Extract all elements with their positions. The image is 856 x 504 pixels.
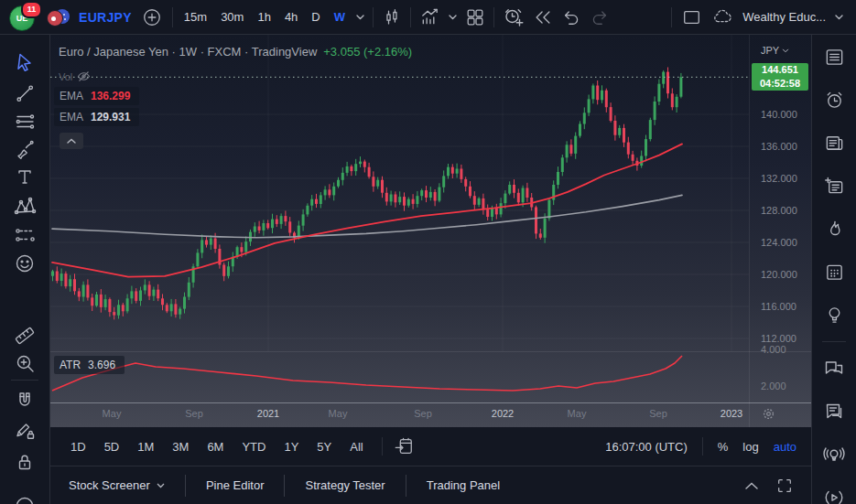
- sidebar-private-chat-button[interactable]: [823, 401, 845, 423]
- range-5d[interactable]: 5D: [97, 435, 127, 458]
- auto-scale-button[interactable]: auto: [774, 440, 796, 454]
- chart-legend-title[interactable]: Euro / Japanese Yen · 1W · FXCM · Tradin…: [59, 45, 412, 59]
- chats-icon: [823, 358, 845, 380]
- tool-xabcd-pattern[interactable]: [13, 194, 37, 218]
- ema-label: EMA: [60, 90, 83, 102]
- sidebar-news-button[interactable]: [823, 132, 845, 154]
- legend-collapse-button[interactable]: [60, 133, 83, 149]
- cloud-save-button[interactable]: [711, 7, 733, 27]
- tool-magnet[interactable]: [13, 389, 37, 413]
- time-axis-label: 2021: [257, 408, 279, 419]
- volume-legend[interactable]: Vol: [59, 70, 91, 82]
- range-all[interactable]: All: [342, 435, 370, 458]
- time-axis[interactable]: MaySep2021MaySep2022MaySep2023: [50, 402, 749, 427]
- tool-measure[interactable]: [13, 324, 37, 348]
- toolbar-divider: [373, 7, 374, 27]
- range-1y[interactable]: 1Y: [276, 435, 306, 458]
- range-1d[interactable]: 1D: [63, 435, 93, 458]
- indicators-menu-chevron-icon[interactable]: [449, 15, 457, 20]
- range-3m[interactable]: 3M: [165, 435, 196, 458]
- timeframe-4h[interactable]: 4h: [282, 6, 300, 27]
- chat-message-icon: [823, 401, 845, 423]
- range-1m[interactable]: 1M: [130, 435, 161, 458]
- sidebar-alerts-button[interactable]: [823, 89, 845, 111]
- tool-emoji[interactable]: [13, 252, 37, 275]
- undo-button[interactable]: [561, 7, 581, 27]
- sidebar-ideas-stream-button[interactable]: [823, 444, 845, 466]
- range-5y[interactable]: 5Y: [309, 435, 339, 458]
- price-scale-currency[interactable]: JPY: [761, 45, 789, 56]
- chevron-up-icon: [745, 482, 758, 489]
- sidebar-hotlists-button[interactable]: [823, 218, 845, 240]
- timeframe-w-active[interactable]: W: [331, 6, 348, 27]
- tool-brush[interactable]: [13, 137, 37, 161]
- tool-text[interactable]: [13, 165, 37, 188]
- timeframe-menu-chevron-icon[interactable]: [356, 15, 364, 20]
- tool-forecast[interactable]: [13, 223, 37, 247]
- tool-zoom-in[interactable]: [13, 351, 37, 375]
- account-logo[interactable]: UE 11: [9, 4, 38, 31]
- panel-maximize-button[interactable]: [776, 477, 793, 494]
- clock-utc[interactable]: 16:07:00 (UTC): [605, 440, 688, 454]
- pane-separator[interactable]: [50, 351, 811, 352]
- tab-strategy-tester[interactable]: Strategy Tester: [285, 478, 405, 492]
- sidebar-watchlist-button[interactable]: [823, 46, 845, 68]
- replay-button[interactable]: [533, 7, 553, 27]
- compare-add-button[interactable]: [140, 5, 164, 29]
- account-name[interactable]: Wealthy Educ...: [742, 10, 826, 24]
- ema-slow-legend[interactable]: EMA 129.931: [54, 108, 139, 126]
- tool-trend-line[interactable]: [13, 81, 37, 105]
- tab-pine-editor[interactable]: Pine Editor: [186, 478, 285, 492]
- bar-replay-icon: [533, 7, 553, 27]
- sidebar-notes-button[interactable]: [823, 175, 845, 197]
- range-6m[interactable]: 6M: [200, 435, 231, 458]
- notification-badge: 11: [21, 1, 42, 18]
- log-scale-button[interactable]: log: [742, 440, 758, 454]
- layout-button[interactable]: [465, 7, 485, 27]
- ema-fast-legend[interactable]: EMA 136.299: [54, 87, 139, 105]
- timeframe-15m[interactable]: 15m: [181, 6, 210, 27]
- bottom-toolbar-right: 16:07:00 (UTC) % log auto: [605, 437, 796, 456]
- alarm-clock-icon: [824, 90, 845, 111]
- alert-button[interactable]: [503, 6, 525, 28]
- price-scale[interactable]: JPY 144.651 04:52:58 140.000136.000132.0…: [749, 35, 811, 427]
- range-ytd[interactable]: YTD: [234, 435, 273, 458]
- atr-legend[interactable]: ATR 3.696: [54, 356, 125, 374]
- ema-slow-value: 129.931: [91, 111, 130, 123]
- atr-pane[interactable]: ATR 3.696: [50, 352, 749, 402]
- indicators-button[interactable]: [419, 6, 440, 27]
- fullscreen-button[interactable]: [681, 7, 702, 27]
- sidebar-public-chats-button[interactable]: [823, 358, 845, 380]
- time-axis-label: 2023: [721, 408, 742, 419]
- tool-hidden-partial[interactable]: [13, 489, 37, 504]
- tool-cursor[interactable]: [13, 50, 37, 74]
- calendar-icon: [824, 262, 845, 283]
- tab-stock-screener[interactable]: Stock Screener: [63, 478, 185, 492]
- candlestick-plot: [50, 35, 749, 351]
- eye-slash-icon[interactable]: [77, 70, 91, 82]
- redo-button[interactable]: [590, 7, 610, 27]
- symbol-search-button[interactable]: EURJPY: [79, 10, 132, 25]
- news-icon: [824, 133, 845, 154]
- timeframe-1h[interactable]: 1h: [255, 6, 273, 27]
- sidebar-ideas-button[interactable]: [823, 304, 845, 326]
- lock-icon: [14, 451, 36, 473]
- chevron-down-icon: [157, 483, 165, 488]
- sidebar-calendar-button[interactable]: [823, 261, 845, 283]
- percent-scale-button[interactable]: %: [718, 440, 729, 454]
- tool-fib-retracement[interactable]: [13, 110, 37, 134]
- right-sidebar: [811, 35, 856, 504]
- goto-date-button[interactable]: [394, 436, 414, 456]
- tool-stay-in-drawing-mode[interactable]: [13, 418, 37, 442]
- sidebar-streams-button[interactable]: [823, 487, 845, 504]
- account-menu-chevron-icon[interactable]: [835, 15, 843, 20]
- main-chart-pane[interactable]: Euro / Japanese Yen · 1W · FXCM · Tradin…: [50, 35, 749, 351]
- timeframe-30m[interactable]: 30m: [218, 6, 246, 27]
- price-tick-label: 112.000: [761, 333, 796, 344]
- japan-flag-icon: [47, 10, 63, 27]
- timeframe-d[interactable]: D: [309, 6, 322, 27]
- tool-lock-all-drawings[interactable]: [13, 450, 37, 474]
- chart-style-button[interactable]: [382, 7, 402, 27]
- tab-trading-panel[interactable]: Trading Panel: [406, 478, 520, 492]
- panel-expand-button[interactable]: [745, 482, 758, 489]
